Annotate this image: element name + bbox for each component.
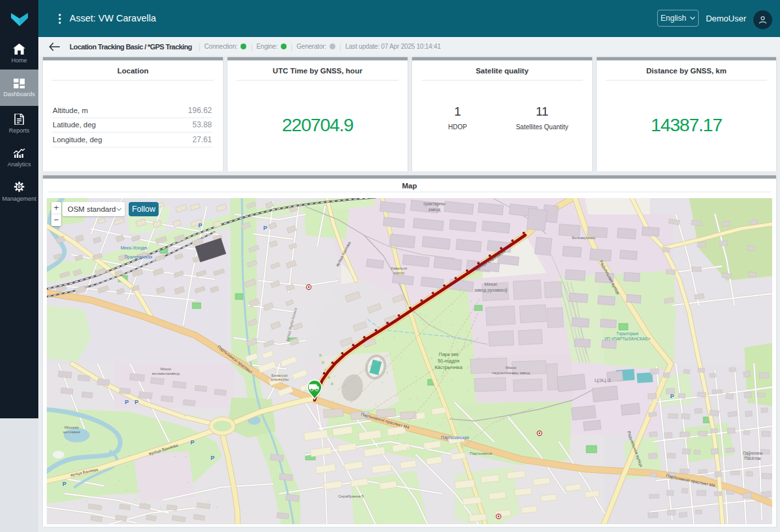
svg-text:завод рухавікоў: завод рухавікоў: [474, 288, 508, 293]
svg-text:Мінскі: Мінскі: [506, 366, 517, 370]
svg-text:Мінская: Мінская: [64, 425, 79, 429]
svg-text:50-годдзя: 50-годдзя: [437, 358, 460, 364]
svg-text:Серабранка-5: Серабранка-5: [338, 494, 364, 498]
svg-text:P: P: [190, 439, 194, 446]
svg-text:Тэрыторыя: Тэрыторыя: [616, 331, 638, 336]
svg-text:корпус: корпус: [393, 271, 404, 275]
svg-text:дзяржаўны: дзяржаўны: [270, 377, 289, 381]
svg-text:P: P: [135, 399, 138, 405]
svg-text:ЦЭЦ-3: ЦЭЦ-3: [595, 377, 611, 383]
svg-text:Мінскі: Мінскі: [484, 282, 497, 286]
svg-text:P: P: [211, 455, 214, 461]
svg-text:P: P: [263, 225, 267, 231]
svg-text:P: P: [62, 481, 66, 487]
svg-text:Мінскі: Мінскі: [161, 367, 172, 371]
svg-text:Кавальскі: Кавальскі: [391, 266, 408, 270]
svg-text:завод: завод: [428, 207, 441, 212]
svg-text:Мінск-Усходні: Мінск-Усходні: [120, 246, 147, 251]
svg-text:цеплавая: цеплавая: [63, 430, 81, 434]
svg-text:Пралетарская: Пралетарская: [125, 255, 153, 260]
svg-text:Белкамунмаш: Белкамунмаш: [572, 236, 596, 240]
svg-text:Паўночны: Паўночны: [743, 451, 763, 456]
svg-text:P: P: [125, 399, 129, 405]
svg-text:УП «ПАРТЫЗАНСКАЕ»: УП «ПАРТЫЗАНСКАЕ»: [604, 336, 651, 341]
svg-text:Кастрычніка: Кастрычніка: [435, 364, 463, 370]
svg-text:Партызанская: Партызанская: [441, 435, 469, 440]
svg-text:Парк імя: Парк імя: [439, 351, 458, 357]
svg-text:падшыпнікавы завод: падшыпнікавы завод: [492, 371, 530, 375]
svg-text:P: P: [670, 393, 674, 399]
svg-text:P: P: [198, 222, 202, 229]
svg-text:Партызанскі: Партызанскі: [470, 451, 492, 455]
svg-text:мотавелазавод: мотавелазавод: [152, 372, 180, 375]
svg-text:трактарны: трактарны: [423, 201, 445, 207]
svg-text:Пасёлак: Пасёлак: [744, 456, 761, 461]
